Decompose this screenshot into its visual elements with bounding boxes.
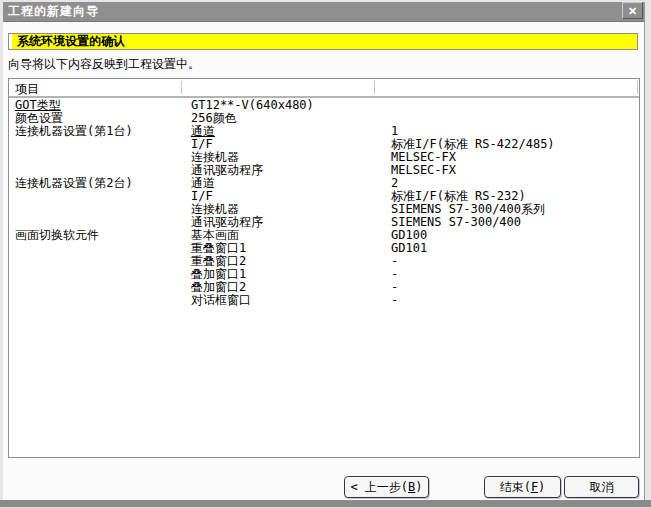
wizard-dialog: 工程的新建向导 ✕ 系统环境设置的确认 向导将以下内容反映到工程设置中。 项目 …	[0, 0, 651, 508]
table-row[interactable]: 对话框窗口-	[9, 294, 639, 307]
cell-subitem: 对话框窗口	[191, 294, 251, 307]
table-row[interactable]: 重叠窗口2-	[9, 255, 639, 268]
column-separator	[637, 81, 638, 94]
header-divider	[9, 96, 639, 98]
window-border-bottom	[0, 500, 651, 507]
column-separator	[181, 81, 182, 94]
titlebar: 工程的新建向导	[3, 2, 644, 22]
cell-value: -	[391, 294, 398, 307]
table-row[interactable]: 叠加窗口2-	[9, 281, 639, 294]
finish-button-label-suffix: )	[538, 480, 545, 494]
table-row[interactable]: GOT类型GT12**-V(640x480)	[9, 99, 639, 112]
settings-table-body: GOT类型GT12**-V(640x480)颜色设置256颜色连接机器设置(第1…	[9, 99, 639, 457]
close-icon: ✕	[628, 5, 637, 17]
window-border-left	[0, 0, 3, 508]
cell-item: 画面切换软元件	[15, 229, 99, 242]
back-button[interactable]: < 上一步(B)	[344, 476, 429, 498]
cancel-button[interactable]: 取消	[564, 476, 639, 498]
intro-text: 向导将以下内容反映到工程设置中。	[8, 56, 200, 73]
window-title: 工程的新建向导	[8, 3, 99, 20]
finish-button[interactable]: 结束(F)	[484, 476, 561, 498]
window-border-top	[0, 0, 651, 2]
back-button-label: < 上一步(	[350, 480, 408, 494]
table-row[interactable]: I/F标准I/F(标准 RS-422/485)	[9, 138, 639, 151]
cell-item: 连接机器设置(第1台)	[15, 125, 133, 138]
table-row[interactable]: 画面切换软元件基本画面GD100	[9, 229, 639, 242]
table-row[interactable]: 重叠窗口1GD101	[9, 242, 639, 255]
table-row[interactable]: 连接机器设置(第2台)通道2	[9, 177, 639, 190]
window-border-right-outer	[645, 0, 651, 508]
close-button[interactable]: ✕	[622, 2, 643, 19]
section-banner: 系统环境设置的确认	[8, 33, 638, 50]
back-button-label-suffix: )	[415, 480, 422, 494]
column-separator	[374, 81, 375, 94]
cell-value: MELSEC-FX	[391, 164, 456, 177]
table-row[interactable]: 叠加窗口1-	[9, 268, 639, 281]
cell-item: 连接机器设置(第2台)	[15, 177, 133, 190]
table-header-row: 项目	[9, 79, 639, 96]
section-banner-label: 系统环境设置的确认	[17, 33, 125, 50]
settings-table[interactable]: 项目 GOT类型GT12**-V(640x480)颜色设置256颜色连接机器设置…	[8, 78, 640, 458]
finish-button-label: 结束(	[500, 480, 531, 494]
table-row[interactable]: 连接机器MELSEC-FX	[9, 151, 639, 164]
table-row[interactable]: 连接机器SIEMENS S7-300/400系列	[9, 203, 639, 216]
table-row[interactable]: 通讯驱动程序SIEMENS S7-300/400	[9, 216, 639, 229]
